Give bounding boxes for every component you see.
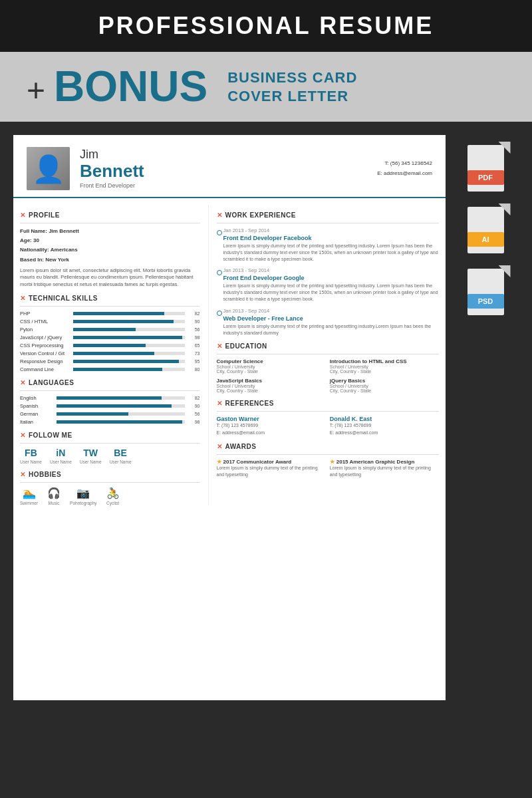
edu-degree: jQuery Basics (330, 378, 439, 384)
phone: T: (56) 345 1236542 (377, 159, 432, 168)
languages-label: Languages (29, 379, 74, 386)
bonus-label: BONUS (54, 65, 207, 108)
hobby-label: Music (49, 501, 60, 505)
languages-section-title: ✕ Languages (20, 379, 200, 386)
skill-row: CSS Preprocessing 65 (20, 342, 200, 348)
award-title: ★ 2015 American Graphic Design (330, 459, 439, 465)
work-date: Jan 2013 - Sep 2014 (223, 267, 440, 273)
hobbies-list: 🏊 Swimmer 🎧 Music 📷 Pohntography 🚴 Cycli… (20, 487, 200, 505)
work-description: Lorem Ipsum is simply dummy text of the … (223, 283, 440, 302)
skill-bar-fill (73, 320, 174, 323)
skill-row: PHP 82 (20, 311, 200, 317)
file-icon-psd: PSD (467, 265, 511, 315)
skill-value: 98 (188, 335, 200, 340)
hobby-item: 📷 Pohntography (70, 487, 96, 505)
profile-section-title: ✕ Profile (20, 211, 200, 219)
skills-x-icon: ✕ (20, 295, 25, 302)
skill-row: Pyton 56 (20, 327, 200, 332)
file-badge: PDF (467, 170, 504, 185)
awards-x-icon: ✕ (217, 443, 222, 450)
skill-name: Responsive Design (20, 358, 70, 364)
ref-label: References (225, 400, 274, 407)
language-name: Italian (20, 419, 53, 425)
language-row: English 82 (20, 395, 200, 401)
skill-bar (73, 312, 185, 315)
language-name: Spanish (20, 403, 53, 409)
page-header: PROFESSIONAL RESUME (0, 0, 532, 52)
skill-row: Command Line 80 (20, 366, 200, 372)
language-value: 98 (188, 420, 200, 424)
language-name: English (20, 395, 53, 401)
work-description: Lorem Ipsum is simply dummy text of the … (223, 323, 440, 336)
job-title: Front End Developer (80, 182, 367, 189)
award-title: ★ 2017 Communicator Award (217, 459, 326, 465)
hobby-label: Cyclist (106, 501, 119, 505)
skill-name: CSS / HTML (20, 319, 70, 325)
awards-section-title: ✕ Awards (217, 443, 440, 450)
follow-section-title: ✕ Follow Me (20, 432, 200, 439)
work-x-icon: ✕ (217, 211, 222, 219)
ref-name: Gaston Warner (217, 416, 326, 422)
skills-label: Technical Skills (29, 295, 98, 302)
hobby-icon: 🚴 (106, 487, 120, 499)
social-icon: TW (83, 448, 98, 458)
ref-x-icon: ✕ (217, 400, 222, 407)
language-bar (57, 404, 185, 408)
award-item: ★ 2017 Communicator Award Lorem Ipsum is… (217, 459, 326, 478)
hobby-item: 🚴 Cyclist (106, 487, 120, 505)
social-icon: BE (114, 448, 126, 458)
language-name: German (20, 411, 53, 417)
reference-item: Gaston Warner T: (78) 123 4578699 E: add… (217, 416, 326, 436)
social-label: User Name (20, 460, 42, 464)
skill-bar-fill (73, 336, 182, 339)
language-row: Spanish 90 (20, 403, 200, 409)
edu-x-icon: ✕ (217, 342, 222, 350)
language-row: Italian 98 (20, 419, 200, 425)
edu-location: City, Country - State (217, 388, 326, 393)
work-date: Jan 2013 - Sep 2014 (223, 308, 440, 314)
edu-degree: Computer Science (217, 358, 326, 364)
right-column: ✕ Work Experience Jan 2013 - Sep 2014 Fr… (209, 205, 440, 505)
hobby-icon: 📷 (76, 487, 90, 499)
file-shape: PSD (467, 265, 511, 315)
hobby-item: 🎧 Music (47, 487, 61, 505)
hobby-icon: 🏊 (23, 487, 36, 499)
file-icon-pdf: PDF (467, 142, 511, 192)
languages-list: English 82 Spanish 90 German 56 Italian … (20, 395, 200, 425)
language-row: German 56 (20, 411, 200, 417)
work-section-title: ✕ Work Experience (217, 211, 440, 219)
follow-label: Follow Me (29, 432, 72, 439)
work-item: Jan 2013 - Sep 2014 Front End Developer … (217, 227, 440, 262)
social-item: TW User Name (80, 448, 102, 464)
skill-value: 90 (188, 319, 200, 324)
skill-bar (73, 344, 185, 347)
award-star-icon: ★ (330, 459, 334, 465)
edu-degree: Introduction to HTML and CSS (330, 358, 439, 364)
edu-location: City, Country - State (330, 369, 439, 374)
skill-value: 95 (188, 359, 200, 364)
edu-school: School / University (217, 384, 326, 388)
edu-label: Education (225, 342, 267, 350)
ref-divider (217, 411, 440, 412)
languages-divider (20, 390, 200, 391)
edu-location: City, Country - State (217, 369, 326, 374)
profile-divider (20, 223, 200, 223)
skill-bar-fill (73, 344, 146, 347)
bonus-items: BUSINESS CARD COVER LETTER (227, 69, 357, 105)
work-date: Jan 2013 - Sep 2014 (223, 227, 440, 233)
skill-bar-fill (73, 328, 136, 331)
email: E: address@email.com (377, 169, 432, 178)
skill-value: 65 (188, 343, 200, 348)
reference-item: Donald K. East T: (78) 123 4578699 E: ad… (330, 416, 439, 436)
first-name: Jim (80, 148, 367, 162)
skills-list: PHP 82 CSS / HTML 90 Pyton 56 JavaScript… (20, 311, 200, 372)
hobbies-label: Hobbies (29, 471, 61, 478)
ref-phone: T: (78) 123 4578699 (217, 422, 326, 430)
ref-name: Donald K. East (330, 416, 439, 422)
bonus-item-1: BUSINESS CARD (227, 69, 357, 86)
resume-body: ✕ Profile Full Name: Jim Bennett Age: 30… (13, 198, 446, 512)
left-column: ✕ Profile Full Name: Jim Bennett Age: 30… (20, 205, 209, 505)
skill-value: 56 (188, 327, 200, 332)
edu-degree: JavaScript Basics (217, 378, 326, 384)
skill-row: CSS / HTML 90 (20, 319, 200, 325)
